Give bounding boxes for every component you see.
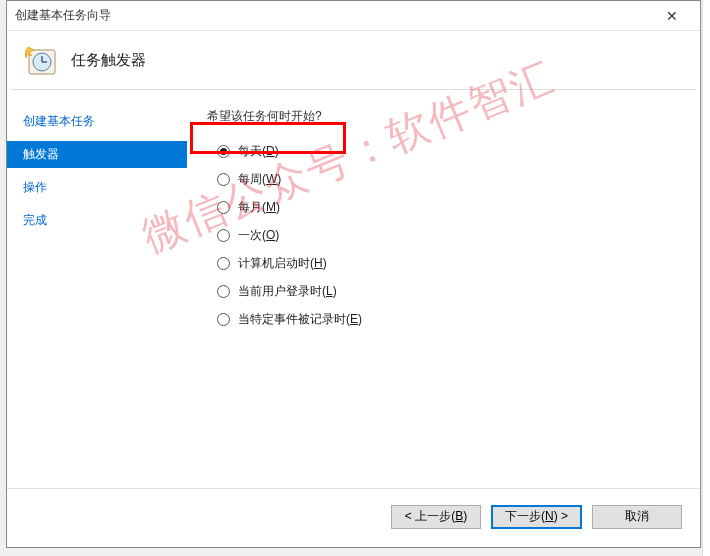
close-button[interactable]: ✕ [652, 2, 692, 30]
radio-label: 每周(W) [238, 171, 281, 188]
radio-label: 一次(O) [238, 227, 279, 244]
next-button[interactable]: 下一步(N) > [491, 505, 582, 529]
wizard-body: 创建基本任务触发器操作完成 希望该任务何时开始? 每天(D)每周(W)每月(M)… [7, 90, 700, 488]
cancel-button[interactable]: 取消 [592, 505, 682, 529]
trigger-option-0[interactable]: 每天(D) [217, 137, 680, 165]
radio-label: 每月(M) [238, 199, 280, 216]
wizard-header: 任务触发器 [7, 31, 700, 89]
titlebar: 创建基本任务向导 ✕ [7, 1, 700, 31]
radio-label: 当特定事件被记录时(E) [238, 311, 362, 328]
back-button-label: < 上一步(B) [405, 508, 467, 525]
close-icon: ✕ [666, 8, 678, 24]
background-window-edge [702, 0, 710, 556]
trigger-option-5[interactable]: 当前用户登录时(L) [217, 277, 680, 305]
radio-label: 计算机启动时(H) [238, 255, 327, 272]
sidebar-step-2[interactable]: 操作 [7, 174, 187, 201]
wizard-sidebar: 创建基本任务触发器操作完成 [7, 90, 187, 488]
trigger-prompt: 希望该任务何时开始? [207, 108, 680, 125]
cancel-button-label: 取消 [625, 508, 649, 525]
wizard-content: 希望该任务何时开始? 每天(D)每周(W)每月(M)一次(O)计算机启动时(H)… [187, 90, 700, 488]
sidebar-step-1[interactable]: 触发器 [7, 141, 187, 168]
back-button[interactable]: < 上一步(B) [391, 505, 481, 529]
sidebar-step-3[interactable]: 完成 [7, 207, 187, 234]
task-clock-icon [25, 44, 57, 76]
radio-icon [217, 313, 230, 326]
window-title: 创建基本任务向导 [15, 7, 652, 24]
radio-icon [217, 257, 230, 270]
trigger-option-3[interactable]: 一次(O) [217, 221, 680, 249]
wizard-dialog: 创建基本任务向导 ✕ 任务触发器 创建基本任务触发器操作完成 希望该任务何时开始… [6, 0, 701, 548]
radio-icon [217, 229, 230, 242]
radio-icon [217, 201, 230, 214]
trigger-option-6[interactable]: 当特定事件被记录时(E) [217, 305, 680, 333]
radio-label: 每天(D) [238, 143, 279, 160]
next-button-label: 下一步(N) > [505, 508, 568, 525]
trigger-option-4[interactable]: 计算机启动时(H) [217, 249, 680, 277]
wizard-footer: < 上一步(B) 下一步(N) > 取消 [7, 488, 700, 544]
radio-icon [217, 173, 230, 186]
trigger-option-1[interactable]: 每周(W) [217, 165, 680, 193]
radio-icon [217, 285, 230, 298]
radio-label: 当前用户登录时(L) [238, 283, 337, 300]
trigger-radio-group: 每天(D)每周(W)每月(M)一次(O)计算机启动时(H)当前用户登录时(L)当… [207, 137, 680, 333]
sidebar-step-0[interactable]: 创建基本任务 [7, 108, 187, 135]
trigger-option-2[interactable]: 每月(M) [217, 193, 680, 221]
header-title: 任务触发器 [71, 51, 146, 70]
radio-icon [217, 145, 230, 158]
